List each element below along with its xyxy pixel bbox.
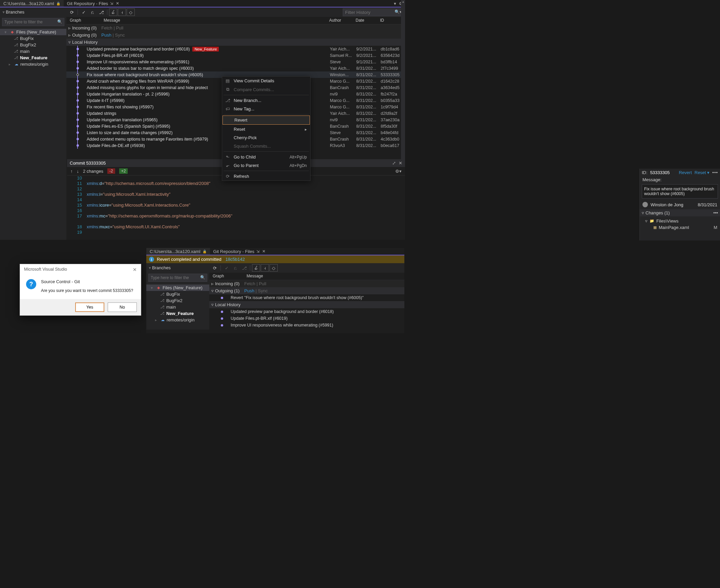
graph-icon[interactable]: ⎌ bbox=[231, 264, 239, 272]
col-graph[interactable]: Graph bbox=[211, 273, 245, 280]
tab-file-xaml[interactable]: C:\Users\ta...3ca120.xaml 🔒 bbox=[146, 248, 210, 255]
close-icon[interactable]: ✕ bbox=[133, 267, 137, 272]
next-change-icon[interactable]: ↓ bbox=[77, 169, 79, 174]
commit-hash-link[interactable]: 18c5b142 bbox=[226, 257, 245, 262]
branch-mini-icon[interactable]: ⎇ bbox=[240, 264, 248, 272]
remotes-origin[interactable]: ▹☁remotes/origin bbox=[146, 317, 209, 323]
graph-icon[interactable]: ⎌ bbox=[88, 8, 97, 16]
commit-row[interactable]: Update Files.pt-BR.xlf (#6019)Samuel R..… bbox=[66, 52, 405, 59]
branch-bugfix[interactable]: ⎇BugFix bbox=[146, 291, 209, 297]
view-mode-b-icon[interactable]: ⫞ bbox=[118, 8, 126, 16]
tab-git-repository[interactable]: Git Repository - Files ⇲ ✕ bbox=[64, 0, 123, 7]
pin-icon[interactable]: ⇲ bbox=[110, 1, 113, 6]
ctx-new-branch[interactable]: ⎇New Branch... bbox=[222, 96, 310, 105]
no-button[interactable]: No bbox=[108, 302, 137, 312]
gear-icon[interactable]: ⚙▾ bbox=[395, 169, 402, 174]
ctx-go-child[interactable]: ⬑Go to ChildAlt+PgUp bbox=[222, 153, 310, 161]
branches-header[interactable]: ▿ Branches bbox=[0, 7, 66, 17]
close-icon[interactable]: ✕ bbox=[116, 1, 119, 6]
local-history-label: Local History bbox=[72, 40, 98, 45]
close-icon[interactable]: ✕ bbox=[262, 249, 266, 254]
col-graph[interactable]: Graph bbox=[68, 17, 102, 24]
branch-filter-input[interactable] bbox=[148, 274, 207, 282]
branch-new-feature[interactable]: ⎇New_Feature bbox=[146, 310, 209, 317]
commit-row[interactable]: Improve UI responsiveness while enumerat… bbox=[209, 322, 404, 329]
check-icon[interactable]: ✓ bbox=[80, 8, 88, 16]
branch-bugfix2[interactable]: ⎇BugFix2 bbox=[146, 297, 209, 304]
ctx-new-tag[interactable]: 🏷New Tag... bbox=[222, 105, 310, 113]
fetch-link[interactable]: Fetch bbox=[101, 25, 112, 30]
commit-row[interactable]: Added border to status bar to match desi… bbox=[66, 65, 405, 71]
branch-new-feature[interactable]: ⎇ New_Feature bbox=[0, 55, 66, 61]
revert-link[interactable]: Revert bbox=[679, 170, 692, 175]
commit-message: Added context menu options to rearrange … bbox=[87, 137, 208, 142]
tab-file-xaml[interactable]: C:\Users\ta...3ca120.xaml 🔒 bbox=[0, 0, 64, 7]
commit-row[interactable]: Updated preview pane background and bord… bbox=[66, 46, 405, 52]
reset-link[interactable]: Reset ▾ bbox=[695, 170, 710, 175]
remotes-origin[interactable]: ▹ ☁ remotes/origin bbox=[0, 61, 66, 67]
search-icon[interactable]: 🔍 bbox=[57, 19, 62, 24]
branch-label: BugFix2 bbox=[20, 42, 36, 47]
search-icon[interactable]: 🔍 bbox=[200, 275, 205, 280]
pull-link[interactable]: Pull bbox=[116, 25, 123, 30]
commit-row[interactable]: Update Files.pt-BR.xlf (#6019) bbox=[209, 315, 404, 322]
commit-row[interactable]: Updated preview pane background and bord… bbox=[209, 308, 404, 315]
changes-header[interactable]: ▿ Changes (1) ••• bbox=[640, 209, 720, 216]
ctx-cherry-pick[interactable]: Cherry-Pick bbox=[222, 133, 310, 142]
col-message[interactable]: Message bbox=[102, 17, 328, 24]
branch-main[interactable]: ⎇main bbox=[146, 304, 209, 310]
outgoing-section[interactable]: ▹ Outgoing (0) Push | Sync bbox=[66, 31, 405, 39]
col-author[interactable]: Author bbox=[328, 17, 354, 24]
refresh-icon[interactable]: ⟳ bbox=[211, 264, 219, 272]
commit-message: Added border to status bar to match desi… bbox=[87, 66, 194, 71]
file-row[interactable]: ▦ MainPage.xaml M bbox=[642, 224, 717, 231]
search-icon[interactable]: 🔍▾ bbox=[395, 9, 402, 14]
ctx-refresh[interactable]: ⟳Refresh bbox=[222, 172, 310, 181]
chevron-down-icon: ▿ bbox=[645, 218, 648, 224]
tab-git-repository[interactable]: Git Repository - Files ⇲ ✕ bbox=[210, 248, 269, 255]
branches-header[interactable]: ▿ Branches bbox=[146, 263, 209, 272]
view-mode-a-icon[interactable]: ⫝̸ bbox=[109, 8, 117, 16]
branch-main[interactable]: ⎇ main bbox=[0, 48, 66, 55]
branch-bugfix[interactable]: ⎇ BugFix bbox=[0, 35, 66, 42]
outgoing-commit-row[interactable]: Revert "Fix issue where root background … bbox=[209, 294, 404, 301]
ctx-reset[interactable]: Reset▸ bbox=[222, 125, 310, 133]
col-message[interactable]: Message bbox=[245, 273, 404, 280]
expand-icon[interactable]: ⤢ bbox=[392, 161, 396, 166]
branch-bugfix2[interactable]: ⎇ BugFix2 bbox=[0, 42, 66, 48]
commit-message: Fix issue where root background brush wo… bbox=[87, 72, 203, 77]
close-icon[interactable]: ✕ bbox=[399, 161, 402, 166]
incoming-section[interactable]: ▹ Incoming (0) Fetch | Pull bbox=[209, 280, 404, 287]
sync-link[interactable]: Sync bbox=[115, 33, 125, 38]
refresh-icon[interactable]: ⟳ bbox=[68, 8, 76, 16]
ctx-revert[interactable]: Revert bbox=[223, 115, 310, 125]
chevron-down-icon: ▿ bbox=[5, 30, 8, 34]
view-mode-c-icon[interactable]: ◇ bbox=[127, 8, 135, 16]
more-icon[interactable]: ••• bbox=[713, 210, 718, 215]
dropdown-icon[interactable]: ▾ bbox=[394, 1, 396, 6]
view-mode-b-icon[interactable]: ⫞ bbox=[261, 264, 269, 272]
local-history-section[interactable]: ▿ Local History bbox=[66, 39, 405, 46]
local-history-section[interactable]: ▿ Local History bbox=[209, 301, 404, 308]
branch-filter-input[interactable] bbox=[2, 18, 64, 26]
pin-icon[interactable]: ⇲ bbox=[256, 249, 259, 254]
ctx-go-parent[interactable]: ⬐Go to ParentAlt+PgDn bbox=[222, 161, 310, 170]
col-date[interactable]: Date bbox=[354, 17, 379, 24]
tree-repo-root[interactable]: ▿ ◆ Files (New_Feature) bbox=[146, 285, 209, 291]
commit-row[interactable]: Improve UI responsiveness while enumerat… bbox=[66, 59, 405, 65]
more-icon[interactable]: ••• bbox=[712, 170, 718, 175]
history-toolbar: ⟳ ✓ ⎌ ⎇ ⫝̸ ⫞ ◇ bbox=[209, 263, 404, 273]
outgoing-section[interactable]: ▿ Outgoing (1) Push | Sync bbox=[209, 287, 404, 294]
incoming-section[interactable]: ▹ Incoming (0) Fetch | Pull bbox=[66, 24, 405, 31]
push-link[interactable]: Push bbox=[101, 33, 111, 38]
branch-mini-icon[interactable]: ⎇ bbox=[97, 8, 105, 16]
prev-change-icon[interactable]: ↑ bbox=[70, 169, 73, 174]
tree-repo-root[interactable]: ▿ ◆ Files (New_Feature) bbox=[0, 29, 66, 35]
diff-code[interactable]: 10111213141516171819 xmlns:d="http://sch… bbox=[67, 175, 405, 236]
folder-row[interactable]: ▿ 📁 Files\Views bbox=[642, 218, 717, 224]
check-icon[interactable]: ✓ bbox=[223, 264, 231, 272]
ctx-view-details[interactable]: ▤View Commit Details bbox=[222, 77, 310, 85]
view-mode-a-icon[interactable]: ⫝̸ bbox=[252, 264, 260, 272]
yes-button[interactable]: Yes bbox=[75, 302, 104, 312]
view-mode-c-icon[interactable]: ◇ bbox=[270, 264, 278, 272]
